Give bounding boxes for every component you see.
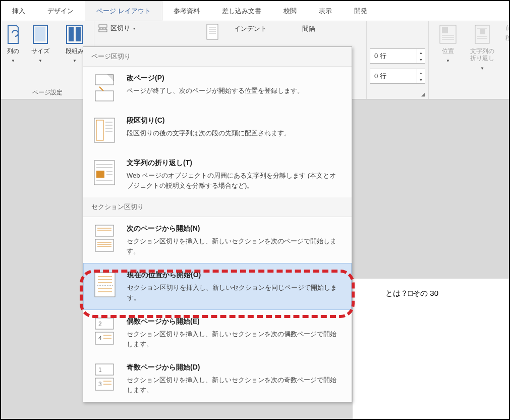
menu-item-next-page[interactable]: 次のページから開始(N) セクション区切りを挿入し、新しいセクションを次のページ… bbox=[83, 217, 352, 263]
spacing-after-value: 0 行 bbox=[370, 72, 417, 81]
text-wrap-icon bbox=[92, 159, 117, 187]
group-page-setup: 列の ▼ サイズ ▼ 段組み ▼ ページ設定 bbox=[1, 21, 94, 99]
tab-mailings[interactable]: 差し込み文書 bbox=[211, 1, 272, 21]
svg-line-25 bbox=[99, 87, 103, 91]
menu-item-even-page[interactable]: 24 偶数ページから開始(E) セクション区切りを挿入し、新しいセクションを次の… bbox=[83, 310, 352, 356]
orientation-label: 列の bbox=[7, 47, 19, 55]
svg-rect-19 bbox=[480, 29, 485, 34]
svg-rect-24 bbox=[95, 91, 114, 101]
chevron-down-icon: ▼ bbox=[480, 66, 484, 71]
document-page[interactable] bbox=[353, 279, 509, 419]
svg-rect-14 bbox=[442, 27, 448, 33]
group-label-arrange bbox=[473, 86, 475, 97]
position-button[interactable]: 位置 ▼ bbox=[434, 24, 462, 63]
breaks-label: 区切り bbox=[110, 24, 130, 33]
even-page-icon: 24 bbox=[92, 317, 117, 345]
size-button[interactable]: サイズ ▼ bbox=[26, 24, 54, 63]
menu-item-page-break[interactable]: 改ページ(P) ページが終了し、次のページが開始する位置を登録します。 bbox=[83, 67, 352, 109]
tab-references[interactable]: 参考資料 bbox=[162, 1, 211, 21]
svg-rect-35 bbox=[96, 171, 104, 178]
svg-rect-42 bbox=[95, 239, 114, 251]
page-icon bbox=[205, 23, 227, 41]
spacing-before-value: 0 行 bbox=[370, 51, 417, 61]
orientation-button[interactable]: 列の ▼ bbox=[6, 24, 20, 63]
svg-rect-3 bbox=[69, 27, 74, 41]
chevron-down-icon: ▼ bbox=[73, 59, 77, 63]
orientation-icon bbox=[3, 24, 23, 44]
svg-rect-6 bbox=[99, 29, 107, 32]
more-button[interactable]: 前 移 bbox=[502, 24, 510, 42]
dialog-launcher-icon[interactable]: ◢ bbox=[421, 91, 425, 97]
more-label: 前 bbox=[505, 24, 510, 31]
group-label-page-setup: ページ設定 bbox=[32, 84, 63, 97]
tab-developer[interactable]: 開発 bbox=[343, 1, 378, 21]
page-break-title: 改ページ(P) bbox=[127, 74, 343, 83]
odd-page-desc: セクション区切りを挿入し、新しいセクションを次の奇数ページで開始します。 bbox=[127, 375, 343, 395]
even-page-desc: セクション区切りを挿入し、新しいセクションを次の偶数ページで開始します。 bbox=[127, 329, 343, 349]
menu-item-text-wrap[interactable]: 文字列の折り返し(T) Web ページのオブジェクトの周囲にある文字列を分離しま… bbox=[83, 151, 352, 197]
tab-layout[interactable]: ページ レイアウト bbox=[85, 1, 162, 21]
spacing-before-spin[interactable]: 0 行 ▲▼ bbox=[370, 48, 425, 64]
column-break-icon bbox=[92, 116, 117, 144]
tab-insert[interactable]: 挿入 bbox=[1, 1, 36, 21]
breaks-menu: ページ区切り 改ページ(P) ページが終了し、次のページが開始する位置を登録しま… bbox=[83, 46, 352, 402]
page-break-desc: ページが終了し、次のページが開始する位置を登録します。 bbox=[127, 86, 343, 96]
chevron-down-icon[interactable]: ▼ bbox=[417, 76, 425, 83]
chevron-down-icon[interactable]: ▼ bbox=[417, 56, 425, 63]
document-text: とは？□その 30 bbox=[385, 289, 438, 298]
column-break-desc: 段区切りの後の文字列は次の段の先頭に配置されます。 bbox=[127, 128, 343, 138]
tab-view[interactable]: 表示 bbox=[308, 1, 343, 21]
page-break-icon bbox=[92, 74, 117, 102]
menu-section-section-breaks: セクション区切り bbox=[83, 197, 352, 217]
tab-design[interactable]: デザイン bbox=[36, 1, 85, 21]
wrap-button[interactable]: 文字列の 折り返し ▼ bbox=[468, 24, 496, 71]
chevron-down-icon: ▼ bbox=[38, 59, 42, 63]
odd-page-title: 奇数ページから開始(D) bbox=[127, 363, 343, 372]
chevron-up-icon[interactable]: ▲ bbox=[417, 49, 425, 56]
svg-rect-46 bbox=[95, 273, 115, 297]
position-icon bbox=[438, 24, 458, 44]
text-wrap-desc: Web ページのオブジェクトの周囲にある文字列を分離します (本文とオブジェクト… bbox=[127, 171, 343, 190]
svg-text:4: 4 bbox=[98, 335, 102, 342]
next-page-title: 次のページから開始(N) bbox=[127, 224, 343, 233]
continuous-icon bbox=[93, 271, 117, 299]
svg-rect-1 bbox=[35, 27, 45, 41]
svg-text:1: 1 bbox=[98, 366, 102, 374]
svg-rect-8 bbox=[207, 24, 218, 39]
text-wrap-title: 文字列の折り返し(T) bbox=[127, 159, 343, 168]
svg-rect-39 bbox=[95, 225, 114, 236]
continuous-desc: セクション区切りを挿入し、新しいセクションを同じページで開始します。 bbox=[127, 283, 342, 302]
svg-rect-5 bbox=[99, 25, 107, 27]
menu-item-column-break[interactable]: 段区切り(C) 段区切りの後の文字列は次の段の先頭に配置されます。 bbox=[83, 109, 352, 151]
svg-rect-4 bbox=[76, 27, 81, 41]
breaks-button[interactable]: 区切り ▾ bbox=[94, 21, 139, 35]
indent-heading: インデント bbox=[230, 21, 298, 36]
ribbon-tabs: 挿入 デザイン ページ レイアウト 参考資料 差し込み文書 校閲 表示 開発 bbox=[1, 1, 509, 21]
size-label: サイズ bbox=[31, 47, 49, 55]
tab-review[interactable]: 校閲 bbox=[272, 1, 308, 21]
position-label: 位置 bbox=[442, 47, 454, 55]
column-break-title: 段区切り(C) bbox=[127, 116, 343, 125]
chevron-up-icon[interactable]: ▲ bbox=[417, 69, 425, 76]
chevron-down-icon: ▼ bbox=[446, 59, 450, 63]
svg-text:3: 3 bbox=[98, 381, 102, 388]
columns-label: 段組み bbox=[66, 47, 84, 55]
menu-item-odd-page[interactable]: 13 奇数ページから開始(D) セクション区切りを挿入し、新しいセクションを次の… bbox=[83, 356, 352, 402]
even-page-title: 偶数ページから開始(E) bbox=[127, 317, 343, 326]
columns-icon bbox=[65, 24, 85, 44]
next-page-icon bbox=[92, 224, 117, 252]
svg-rect-26 bbox=[94, 118, 115, 142]
spacing-heading: 間隔 bbox=[298, 21, 366, 36]
menu-section-page-breaks: ページ区切り bbox=[83, 47, 352, 67]
spacing-after-spin[interactable]: 0 行 ▲▼ bbox=[370, 69, 425, 84]
continuous-title: 現在の位置から開始(O) bbox=[127, 271, 342, 280]
menu-item-continuous[interactable]: 現在の位置から開始(O) セクション区切りを挿入し、新しいセクションを同じページ… bbox=[83, 263, 352, 310]
wrap-label: 文字列の 折り返し bbox=[470, 47, 494, 62]
next-page-desc: セクション区切りを挿入し、新しいセクションを次のページで開始します。 bbox=[127, 236, 343, 256]
breaks-icon bbox=[98, 24, 107, 33]
group-arrange: 位置 ▼ 文字列の 折り返し ▼ 前 移 bbox=[429, 21, 510, 99]
indent-spacing-area: インデント 間隔 bbox=[230, 21, 366, 43]
svg-text:2: 2 bbox=[98, 321, 102, 328]
odd-page-icon: 13 bbox=[92, 363, 117, 391]
wrap-icon bbox=[472, 24, 492, 44]
